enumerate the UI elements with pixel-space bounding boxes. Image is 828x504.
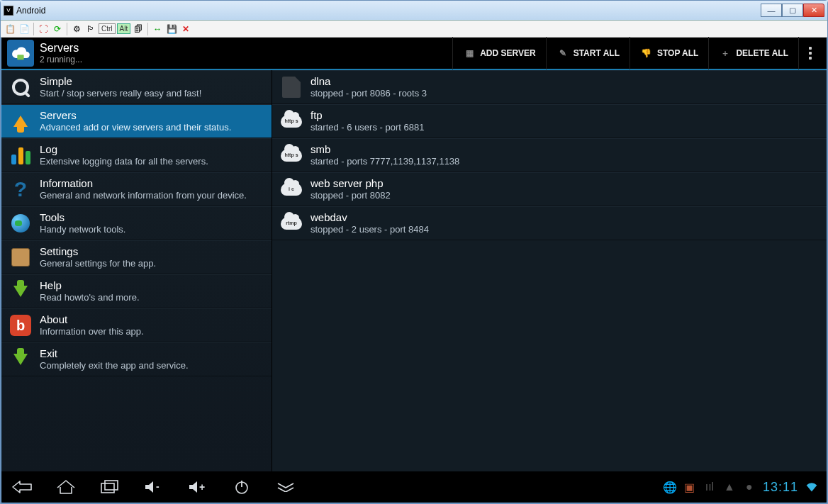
add-server-label: ADD SERVER <box>480 48 535 58</box>
server-status: stopped - 2 users - port 8484 <box>310 224 819 235</box>
tools-icon <box>9 211 33 235</box>
recent-apps-button[interactable] <box>98 475 122 499</box>
sidebar-item-exit[interactable]: Exit Completely exit the app and service… <box>1 342 272 376</box>
volume-down-button[interactable]: - <box>142 475 166 499</box>
maximize-button[interactable]: ▢ <box>782 4 803 17</box>
vnc-window: V Android — ▢ ✕ 📋 📄 ⛶ ⟳ ⚙ 🏳 Ctrl Alt 🗐 ↔… <box>0 0 828 504</box>
overflow-menu-button[interactable] <box>798 37 821 69</box>
sidebar: Simple Start / stop servers really easy … <box>1 70 272 471</box>
server-item-php[interactable]: i c web server php stopped - port 8082 <box>272 172 827 206</box>
sidebar-item-title: Help <box>40 279 264 292</box>
toolbar-altenter-icon[interactable]: 🏳 <box>84 23 97 35</box>
server-status: started - ports 7777,1139,1137,1138 <box>310 156 819 167</box>
sidebar-item-help[interactable]: Help Read howto's and more. <box>1 274 272 308</box>
status-android-icon: ▲ <box>723 481 736 493</box>
server-status: stopped - port 8082 <box>310 190 819 201</box>
sidebar-item-title: Log <box>40 143 264 156</box>
sidebar-item-title: Servers <box>40 109 264 122</box>
sidebar-item-about[interactable]: b About Information over this app. <box>1 308 272 342</box>
sidebar-item-sub: Handy network tools. <box>40 224 264 235</box>
cloud-badge: http s <box>281 118 302 123</box>
server-list: dlna stopped - port 8086 - roots 3 http … <box>272 70 827 471</box>
status-dot-icon: ● <box>743 481 756 493</box>
volume-up-button[interactable]: + <box>186 475 210 499</box>
close-button[interactable]: ✕ <box>803 4 824 17</box>
svg-text:-: - <box>156 481 160 492</box>
sidebar-item-servers[interactable]: Servers Advanced add or view servers and… <box>1 104 272 138</box>
home-button[interactable] <box>54 475 78 499</box>
stop-icon: 👎 <box>640 47 653 60</box>
status-app-icon: ▣ <box>683 481 696 493</box>
sidebar-item-title: Simple <box>40 75 264 88</box>
app-logo-icon[interactable] <box>7 40 34 67</box>
expand-button[interactable] <box>274 475 298 499</box>
sidebar-item-sub: Completely exit the app and service. <box>40 360 264 371</box>
server-status: stopped - port 8086 - roots 3 <box>310 88 819 99</box>
vnc-icon: V <box>4 6 13 16</box>
server-item-webdav[interactable]: rtmp webdav stopped - 2 users - port 848… <box>272 206 827 240</box>
toolbar-cad-icon[interactable]: ⚙ <box>70 23 83 35</box>
stop-all-label: STOP ALL <box>657 48 698 58</box>
delete-all-label: DELETE ALL <box>736 48 788 58</box>
toolbar-transfer-icon[interactable]: ↔ <box>151 23 164 35</box>
sidebar-item-sub: Extensive logging data for all the serve… <box>40 156 264 167</box>
android-screen: Servers 2 running... ▦ ADD SERVER ✎ STAR… <box>1 38 827 503</box>
toolbar-clipboard-out-icon[interactable]: 📄 <box>18 23 30 35</box>
sdcard-icon <box>279 75 303 99</box>
power-button[interactable] <box>230 475 254 499</box>
svg-rect-1 <box>101 483 114 493</box>
delete-icon: ＋ <box>719 47 732 60</box>
overflow-menu-icon <box>809 47 812 60</box>
toolbar-fullscreen-icon[interactable]: ⛶ <box>37 23 50 35</box>
window-titlebar[interactable]: V Android — ▢ ✕ <box>1 1 827 21</box>
toolbar-alt-key[interactable]: Alt <box>117 23 131 34</box>
cloud-icon: rtmp <box>279 211 303 235</box>
app-body: Simple Start / stop servers really easy … <box>1 70 827 471</box>
start-all-button[interactable]: ✎ START ALL <box>546 37 630 69</box>
toolbar-separator <box>147 23 148 35</box>
delete-all-button[interactable]: ＋ DELETE ALL <box>708 37 798 69</box>
server-name: ftp <box>310 109 819 122</box>
server-status: started - 6 users - port 6881 <box>310 122 819 133</box>
wifi-icon <box>805 481 818 493</box>
toolbar-refresh-icon[interactable]: ⟳ <box>51 23 64 35</box>
svg-rect-0 <box>17 55 23 60</box>
window-title-text: Android <box>16 6 45 16</box>
server-item-smb[interactable]: http s smb started - ports 7777,1139,113… <box>272 138 827 172</box>
toolbar-separator <box>67 23 67 35</box>
settings-icon <box>9 245 33 269</box>
toolbar-ctrl-key[interactable]: Ctrl <box>99 23 116 34</box>
server-name: dlna <box>310 75 819 88</box>
status-signal-icon: ııl <box>703 481 716 493</box>
toolbar-disconnect-icon[interactable]: ✕ <box>179 23 192 35</box>
cloud-badge: i c <box>281 186 302 191</box>
sidebar-item-settings[interactable]: Settings General settings for the app. <box>1 240 272 274</box>
toolbar-clipboard-in-icon[interactable]: 📋 <box>4 23 16 35</box>
start-icon: ✎ <box>556 47 569 60</box>
app-header: Servers 2 running... ▦ ADD SERVER ✎ STAR… <box>1 38 827 70</box>
sidebar-item-simple[interactable]: Simple Start / stop servers really easy … <box>1 70 272 104</box>
svg-rect-2 <box>105 481 118 490</box>
sidebar-item-information[interactable]: ? Information General and network inform… <box>1 172 272 206</box>
server-item-ftp[interactable]: http s ftp started - 6 users - port 6881 <box>272 104 827 138</box>
add-server-button[interactable]: ▦ ADD SERVER <box>452 37 545 69</box>
status-area[interactable]: 🌐 ▣ ııl ▲ ● 13:11 <box>664 480 818 495</box>
information-icon: ? <box>9 177 33 201</box>
sidebar-item-sub: Read howto's and more. <box>40 292 264 303</box>
vnc-toolbar: 📋 📄 ⛶ ⟳ ⚙ 🏳 Ctrl Alt 🗐 ↔ 💾 ✕ <box>1 21 827 38</box>
minimize-button[interactable]: — <box>761 4 782 17</box>
toolbar-save-icon[interactable]: 💾 <box>165 23 178 35</box>
sidebar-item-tools[interactable]: Tools Handy network tools. <box>1 206 272 240</box>
sidebar-item-log[interactable]: Log Extensive logging data for all the s… <box>1 138 272 172</box>
server-item-dlna[interactable]: dlna stopped - port 8086 - roots 3 <box>272 70 827 104</box>
help-icon <box>9 279 33 303</box>
sidebar-item-title: Information <box>40 177 264 190</box>
sidebar-item-sub: General settings for the app. <box>40 258 264 269</box>
stop-all-button[interactable]: 👎 STOP ALL <box>630 37 708 69</box>
app-title: Servers <box>40 42 452 55</box>
android-navbar: - + 🌐 ▣ ııl ▲ ● 13:11 <box>1 471 827 503</box>
toolbar-copy-icon[interactable]: 🗐 <box>132 23 145 35</box>
sidebar-item-sub: Start / stop servers really easy and fas… <box>40 88 264 99</box>
start-all-label: START ALL <box>574 48 620 58</box>
back-button[interactable] <box>10 475 34 499</box>
